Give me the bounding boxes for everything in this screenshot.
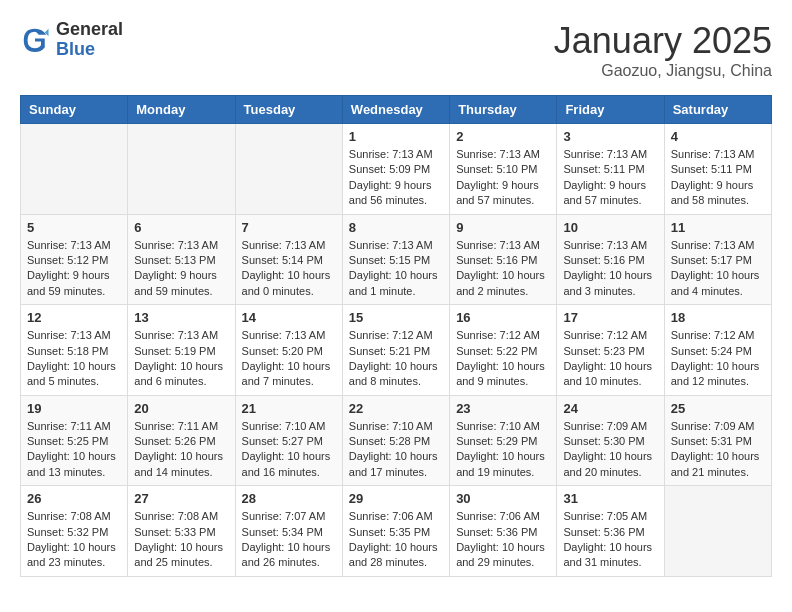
- day-info: Sunrise: 7:13 AMSunset: 5:16 PMDaylight:…: [456, 238, 550, 300]
- day-number: 10: [563, 220, 657, 235]
- day-number: 3: [563, 129, 657, 144]
- day-number: 16: [456, 310, 550, 325]
- calendar-cell: 8Sunrise: 7:13 AMSunset: 5:15 PMDaylight…: [342, 214, 449, 305]
- day-info: Sunrise: 7:13 AMSunset: 5:12 PMDaylight:…: [27, 238, 121, 300]
- day-number: 22: [349, 401, 443, 416]
- logo-blue: Blue: [56, 40, 123, 60]
- calendar-cell: 7Sunrise: 7:13 AMSunset: 5:14 PMDaylight…: [235, 214, 342, 305]
- day-number: 25: [671, 401, 765, 416]
- day-number: 5: [27, 220, 121, 235]
- day-info: Sunrise: 7:13 AMSunset: 5:10 PMDaylight:…: [456, 147, 550, 209]
- day-info: Sunrise: 7:06 AMSunset: 5:36 PMDaylight:…: [456, 509, 550, 571]
- calendar-cell: 26Sunrise: 7:08 AMSunset: 5:32 PMDayligh…: [21, 486, 128, 577]
- day-number: 13: [134, 310, 228, 325]
- page-header: General Blue January 2025 Gaozuo, Jiangs…: [20, 20, 772, 80]
- day-number: 27: [134, 491, 228, 506]
- day-info: Sunrise: 7:10 AMSunset: 5:28 PMDaylight:…: [349, 419, 443, 481]
- day-info: Sunrise: 7:13 AMSunset: 5:11 PMDaylight:…: [671, 147, 765, 209]
- weekday-header-saturday: Saturday: [664, 96, 771, 124]
- day-number: 17: [563, 310, 657, 325]
- day-info: Sunrise: 7:12 AMSunset: 5:23 PMDaylight:…: [563, 328, 657, 390]
- day-info: Sunrise: 7:07 AMSunset: 5:34 PMDaylight:…: [242, 509, 336, 571]
- day-number: 31: [563, 491, 657, 506]
- calendar-cell: 27Sunrise: 7:08 AMSunset: 5:33 PMDayligh…: [128, 486, 235, 577]
- day-info: Sunrise: 7:08 AMSunset: 5:33 PMDaylight:…: [134, 509, 228, 571]
- weekday-header-tuesday: Tuesday: [235, 96, 342, 124]
- calendar-cell: 16Sunrise: 7:12 AMSunset: 5:22 PMDayligh…: [450, 305, 557, 396]
- day-info: Sunrise: 7:12 AMSunset: 5:22 PMDaylight:…: [456, 328, 550, 390]
- logo-icon: [20, 25, 50, 55]
- day-info: Sunrise: 7:13 AMSunset: 5:09 PMDaylight:…: [349, 147, 443, 209]
- day-info: Sunrise: 7:11 AMSunset: 5:26 PMDaylight:…: [134, 419, 228, 481]
- day-info: Sunrise: 7:11 AMSunset: 5:25 PMDaylight:…: [27, 419, 121, 481]
- calendar-cell: 5Sunrise: 7:13 AMSunset: 5:12 PMDaylight…: [21, 214, 128, 305]
- day-info: Sunrise: 7:13 AMSunset: 5:14 PMDaylight:…: [242, 238, 336, 300]
- week-row-2: 5Sunrise: 7:13 AMSunset: 5:12 PMDaylight…: [21, 214, 772, 305]
- calendar-cell: 10Sunrise: 7:13 AMSunset: 5:16 PMDayligh…: [557, 214, 664, 305]
- calendar-cell: 14Sunrise: 7:13 AMSunset: 5:20 PMDayligh…: [235, 305, 342, 396]
- day-number: 24: [563, 401, 657, 416]
- weekday-header-sunday: Sunday: [21, 96, 128, 124]
- day-number: 4: [671, 129, 765, 144]
- calendar-cell: 24Sunrise: 7:09 AMSunset: 5:30 PMDayligh…: [557, 395, 664, 486]
- day-number: 12: [27, 310, 121, 325]
- calendar-cell: 17Sunrise: 7:12 AMSunset: 5:23 PMDayligh…: [557, 305, 664, 396]
- day-number: 26: [27, 491, 121, 506]
- week-row-1: 1Sunrise: 7:13 AMSunset: 5:09 PMDaylight…: [21, 124, 772, 215]
- day-number: 28: [242, 491, 336, 506]
- day-number: 15: [349, 310, 443, 325]
- calendar-subtitle: Gaozuo, Jiangsu, China: [554, 62, 772, 80]
- day-info: Sunrise: 7:13 AMSunset: 5:16 PMDaylight:…: [563, 238, 657, 300]
- weekday-header-friday: Friday: [557, 96, 664, 124]
- day-info: Sunrise: 7:06 AMSunset: 5:35 PMDaylight:…: [349, 509, 443, 571]
- calendar-cell: [664, 486, 771, 577]
- day-number: 29: [349, 491, 443, 506]
- day-number: 2: [456, 129, 550, 144]
- day-info: Sunrise: 7:05 AMSunset: 5:36 PMDaylight:…: [563, 509, 657, 571]
- day-number: 1: [349, 129, 443, 144]
- day-info: Sunrise: 7:13 AMSunset: 5:18 PMDaylight:…: [27, 328, 121, 390]
- day-info: Sunrise: 7:10 AMSunset: 5:29 PMDaylight:…: [456, 419, 550, 481]
- weekday-header-thursday: Thursday: [450, 96, 557, 124]
- title-block: January 2025 Gaozuo, Jiangsu, China: [554, 20, 772, 80]
- week-row-4: 19Sunrise: 7:11 AMSunset: 5:25 PMDayligh…: [21, 395, 772, 486]
- day-number: 14: [242, 310, 336, 325]
- day-number: 11: [671, 220, 765, 235]
- calendar-cell: 21Sunrise: 7:10 AMSunset: 5:27 PMDayligh…: [235, 395, 342, 486]
- calendar-cell: 28Sunrise: 7:07 AMSunset: 5:34 PMDayligh…: [235, 486, 342, 577]
- day-number: 30: [456, 491, 550, 506]
- day-number: 9: [456, 220, 550, 235]
- day-number: 18: [671, 310, 765, 325]
- weekday-header-wednesday: Wednesday: [342, 96, 449, 124]
- calendar-cell: 1Sunrise: 7:13 AMSunset: 5:09 PMDaylight…: [342, 124, 449, 215]
- day-info: Sunrise: 7:09 AMSunset: 5:30 PMDaylight:…: [563, 419, 657, 481]
- calendar-cell: 3Sunrise: 7:13 AMSunset: 5:11 PMDaylight…: [557, 124, 664, 215]
- day-info: Sunrise: 7:13 AMSunset: 5:15 PMDaylight:…: [349, 238, 443, 300]
- calendar-cell: 9Sunrise: 7:13 AMSunset: 5:16 PMDaylight…: [450, 214, 557, 305]
- day-number: 7: [242, 220, 336, 235]
- weekday-header-monday: Monday: [128, 96, 235, 124]
- calendar-cell: [21, 124, 128, 215]
- logo-text: General Blue: [56, 20, 123, 60]
- day-info: Sunrise: 7:13 AMSunset: 5:13 PMDaylight:…: [134, 238, 228, 300]
- week-row-3: 12Sunrise: 7:13 AMSunset: 5:18 PMDayligh…: [21, 305, 772, 396]
- calendar-cell: 6Sunrise: 7:13 AMSunset: 5:13 PMDaylight…: [128, 214, 235, 305]
- calendar-cell: 22Sunrise: 7:10 AMSunset: 5:28 PMDayligh…: [342, 395, 449, 486]
- logo-general: General: [56, 20, 123, 40]
- day-info: Sunrise: 7:13 AMSunset: 5:11 PMDaylight:…: [563, 147, 657, 209]
- calendar-cell: 25Sunrise: 7:09 AMSunset: 5:31 PMDayligh…: [664, 395, 771, 486]
- weekday-header-row: SundayMondayTuesdayWednesdayThursdayFrid…: [21, 96, 772, 124]
- day-number: 21: [242, 401, 336, 416]
- calendar-cell: 19Sunrise: 7:11 AMSunset: 5:25 PMDayligh…: [21, 395, 128, 486]
- day-info: Sunrise: 7:09 AMSunset: 5:31 PMDaylight:…: [671, 419, 765, 481]
- calendar-cell: 13Sunrise: 7:13 AMSunset: 5:19 PMDayligh…: [128, 305, 235, 396]
- week-row-5: 26Sunrise: 7:08 AMSunset: 5:32 PMDayligh…: [21, 486, 772, 577]
- logo: General Blue: [20, 20, 123, 60]
- calendar-cell: 31Sunrise: 7:05 AMSunset: 5:36 PMDayligh…: [557, 486, 664, 577]
- calendar-cell: [128, 124, 235, 215]
- calendar-cell: 15Sunrise: 7:12 AMSunset: 5:21 PMDayligh…: [342, 305, 449, 396]
- calendar-cell: 20Sunrise: 7:11 AMSunset: 5:26 PMDayligh…: [128, 395, 235, 486]
- calendar-cell: 29Sunrise: 7:06 AMSunset: 5:35 PMDayligh…: [342, 486, 449, 577]
- day-info: Sunrise: 7:10 AMSunset: 5:27 PMDaylight:…: [242, 419, 336, 481]
- day-info: Sunrise: 7:13 AMSunset: 5:19 PMDaylight:…: [134, 328, 228, 390]
